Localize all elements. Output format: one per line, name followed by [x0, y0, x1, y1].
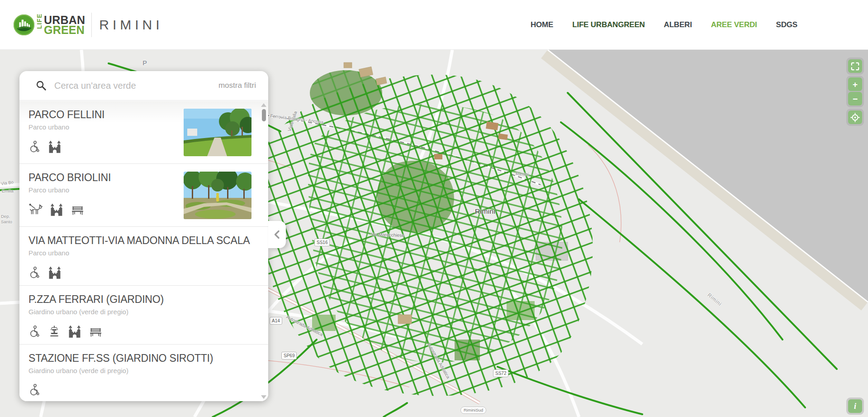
list-item-parco-briolini[interactable]: PARCO BRIOLINI Parco urbano — [19, 164, 268, 227]
search-bar: mostra filtri — [19, 71, 268, 101]
brand-green-text: GREEN — [44, 25, 85, 35]
playground-castle-icon — [49, 202, 64, 216]
fullscreen-button[interactable] — [848, 59, 862, 73]
area-title: VIA MATTEOTTI-VIA MADONNA DELLA SCALA — [28, 235, 259, 247]
search-input[interactable] — [54, 81, 211, 91]
wheelchair-icon — [28, 325, 41, 338]
brand-divider — [91, 13, 92, 37]
life-urbangreen-logo-icon — [14, 14, 34, 35]
list-item-parco-fellini[interactable]: PARCO FELLINI Parco urbano — [19, 101, 268, 164]
area-subtitle: Giardino urbano (verde di pregio) — [28, 367, 259, 374]
green-areas-list: PARCO FELLINI Parco urbano — [19, 101, 268, 401]
dog-area-icon — [28, 203, 43, 216]
map-label-parking: P — [142, 59, 147, 67]
geolocate-target-icon — [850, 112, 860, 123]
playground-castle-icon — [47, 139, 62, 153]
map-label-rimini-sud: RiminiSud — [460, 407, 486, 414]
wheelchair-icon — [28, 266, 41, 279]
scrollbar-down-arrow[interactable] — [261, 395, 266, 399]
nav-sdgs[interactable]: SDGS — [776, 20, 797, 29]
geolocate-control — [846, 109, 864, 126]
area-thumbnail — [184, 109, 251, 156]
map-badge-ss72: SS72 — [493, 369, 508, 377]
brand-life-text: LIFE — [36, 21, 43, 29]
map-badge-ss16: SS16 — [314, 239, 330, 246]
zoom-out-button[interactable]: − — [848, 92, 862, 105]
nav-life-urbangreen[interactable]: LIFE URBANGREEN — [572, 20, 645, 29]
map-badge-sp69: SP69 — [281, 352, 297, 359]
playground-castle-icon — [47, 265, 62, 279]
area-title: STAZIONE FF.SS (GIARDINO SIROTTI) — [28, 352, 259, 364]
bench-icon — [88, 326, 103, 338]
nav-alberi[interactable]: ALBERI — [664, 20, 692, 29]
drinking-fountain-icon — [47, 324, 61, 338]
show-filters-link[interactable]: mostra filtri — [218, 81, 256, 90]
map-label-rimini-city: Rimini — [475, 207, 495, 216]
brand-city-name: RIMINI — [99, 17, 163, 33]
list-item-via-matteotti[interactable]: VIA MATTEOTTI-VIA MADONNA DELLA SCALA Pa… — [19, 227, 268, 286]
map-label-emilia: Emilia — [2, 188, 14, 193]
map-label-dep: Dep. — [1, 214, 10, 219]
scrollbar-thumb[interactable] — [262, 109, 266, 121]
chevron-left-icon — [272, 229, 283, 240]
geolocate-button[interactable] — [848, 110, 862, 124]
list-item-pzza-ferrari[interactable]: P.ZZA FERRARI (GIARDINO) Giardino urbano… — [19, 286, 268, 345]
map-canvas[interactable]: Rimini Rimini Viale Italia Ferrovia Bolo… — [0, 50, 868, 417]
zoom-control: + − — [846, 76, 864, 107]
area-subtitle: Parco urbano — [28, 249, 259, 257]
map-label-santo: Santo — [1, 219, 12, 224]
info-control: i — [846, 398, 864, 415]
area-title: P.ZZA FERRARI (GIARDINO) — [28, 293, 259, 306]
green-areas-panel: mostra filtri PARCO FELLINI Parco urbano — [19, 71, 268, 401]
panel-collapse-button[interactable] — [268, 221, 286, 248]
main-nav: HOME LIFE URBANGREEN ALBERI AREE VERDI S… — [531, 20, 797, 29]
search-icon — [35, 80, 47, 91]
area-subtitle: Giardino urbano (verde di pregio) — [28, 308, 259, 316]
map-badge-a14: A14 — [270, 317, 282, 325]
wheelchair-icon — [28, 140, 41, 153]
playground-castle-icon — [67, 324, 82, 338]
fullscreen-icon — [850, 61, 860, 72]
fullscreen-control — [846, 58, 864, 75]
area-thumbnail — [184, 172, 251, 219]
bench-icon — [70, 204, 85, 216]
zoom-in-button[interactable]: + — [848, 77, 862, 91]
nav-aree-verdi[interactable]: AREE VERDI — [711, 20, 757, 29]
top-navbar: LIFE URBAN GREEN RIMINI HOME LIFE URBANG… — [0, 0, 868, 50]
list-item-stazione-ffss[interactable]: STAZIONE FF.SS (GIARDINO SIROTTI) Giardi… — [19, 345, 268, 401]
nav-home[interactable]: HOME — [531, 20, 553, 29]
map-label-rimini-station: Rimini — [516, 171, 529, 177]
scrollbar-up-arrow[interactable] — [261, 103, 266, 107]
wheelchair-icon — [28, 383, 41, 397]
info-button[interactable]: i — [848, 399, 862, 413]
brand-logo[interactable]: LIFE URBAN GREEN RIMINI — [14, 13, 163, 37]
